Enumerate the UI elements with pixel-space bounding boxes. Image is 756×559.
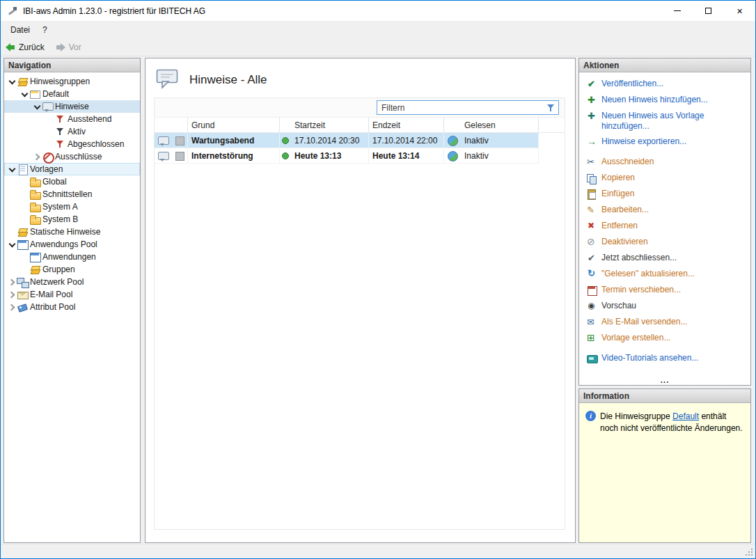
- complete-now-icon: [586, 253, 597, 264]
- column-header-grund[interactable]: Grund: [188, 118, 280, 132]
- folder-icon: [29, 214, 40, 225]
- action-neuen-hinweis-aus-vorlage-hinzufügen[interactable]: Neuen Hinweis aus Vorlage hinzufügen...: [586, 111, 746, 132]
- tree-item-label: Anwendungs Pool: [30, 239, 97, 249]
- column-header-startzeit[interactable]: Startzeit: [291, 118, 369, 132]
- action-entfernen[interactable]: Entfernen: [586, 221, 746, 232]
- tree-item-statische-hinweise[interactable]: Statische Hinweise: [4, 226, 140, 238]
- chevron-right-icon[interactable]: [7, 302, 17, 312]
- row-flag-icon: [174, 135, 185, 146]
- actions-header: Aktionen: [579, 58, 750, 72]
- action-vorlage-erstellen[interactable]: Vorlage erstellen...: [586, 333, 746, 344]
- chevron-right-icon[interactable]: [32, 152, 42, 162]
- action-jetzt-abschliessen[interactable]: Jetzt abschliessen...: [586, 253, 746, 264]
- tree-item-label: System B: [42, 214, 78, 224]
- tree-item-hinweisgruppen[interactable]: Hinweisgruppen: [4, 75, 140, 88]
- action-label: Einfügen: [601, 189, 634, 199]
- action-termin-verschieben[interactable]: Termin verschieben...: [586, 285, 746, 296]
- close-icon: [737, 6, 743, 16]
- tree-item-system-b[interactable]: System B: [4, 213, 140, 226]
- chevron-right-icon[interactable]: [7, 290, 17, 299]
- action-einfügen[interactable]: Einfügen: [586, 189, 746, 200]
- expander-spacer: [19, 189, 29, 199]
- page-title: Hinweise - Alle: [189, 73, 267, 87]
- tree-item-attribut-pool[interactable]: Attribut Pool: [4, 301, 140, 313]
- action-gelesen-aktualisieren[interactable]: "Gelesen" aktualisieren...: [586, 269, 746, 280]
- action-deaktivieren[interactable]: Deaktivieren: [586, 237, 746, 248]
- menu-help[interactable]: ?: [36, 22, 54, 38]
- forward-button[interactable]: Vor: [56, 42, 81, 52]
- action-hinweise-exportieren[interactable]: Hinweise exportieren...: [586, 136, 746, 148]
- tree-item-label: Attribut Pool: [30, 302, 75, 312]
- filter-aktiv-icon: [54, 126, 65, 137]
- back-button[interactable]: Zurück: [6, 42, 45, 52]
- tree-item-schnittstellen[interactable]: Schnittstellen: [4, 188, 140, 200]
- menu-datei[interactable]: Datei: [4, 22, 36, 38]
- tree-item-aktiv[interactable]: Aktiv: [4, 125, 140, 138]
- cell-gelesen-status-icon: [444, 133, 461, 148]
- column-header-flag[interactable]: [171, 118, 188, 132]
- cell: Wartungsabend: [188, 133, 280, 148]
- default-group-link[interactable]: Default: [672, 411, 699, 421]
- cut-icon: [586, 157, 597, 168]
- expander-spacer: [19, 202, 29, 212]
- cell-status-active-icon: [280, 148, 291, 163]
- ausschluesse-icon: [42, 151, 53, 162]
- create-template-icon: [586, 333, 597, 344]
- app-icon: [7, 6, 18, 17]
- close-button[interactable]: [724, 1, 755, 21]
- chevron-down-icon[interactable]: [7, 77, 17, 86]
- column-header-gelesen[interactable]: Gelesen: [461, 118, 539, 132]
- tree-item-anwendungen[interactable]: Anwendungen: [4, 251, 140, 263]
- action-bearbeiten[interactable]: Bearbeiten...: [586, 205, 746, 216]
- action-video-tutorials-ansehen[interactable]: Video-Tutorials ansehen...: [586, 353, 746, 364]
- column-header-gelesen_icon[interactable]: [444, 118, 461, 132]
- minimize-button[interactable]: [661, 1, 693, 21]
- action-vorschau[interactable]: Vorschau: [586, 301, 746, 312]
- table-row-internetstörung[interactable]: InternetstörungHeute 13:13Heute 13:14Ina…: [155, 148, 539, 164]
- window-title: IBI-aws Admin 1.23.0 - registriert für I…: [23, 6, 205, 16]
- actions-more-indicator[interactable]: ...: [579, 377, 750, 384]
- action-ausschneiden[interactable]: Ausschneiden: [586, 157, 746, 168]
- hint-row-icon: [157, 135, 168, 146]
- table-header: GrundStartzeitEndzeitGelesen: [155, 118, 565, 133]
- column-header-row_icon[interactable]: [155, 118, 171, 132]
- tree-item-default[interactable]: Default: [4, 88, 140, 100]
- column-header-status[interactable]: [280, 118, 291, 132]
- export-hints-icon: [586, 136, 597, 148]
- tree-item-abgeschlossen[interactable]: Abgeschlossen: [4, 138, 140, 150]
- tree-item-ausschlüsse[interactable]: Ausschlüsse: [4, 150, 140, 163]
- maximize-button[interactable]: [693, 1, 724, 21]
- tree-item-label: Global: [42, 177, 67, 187]
- action-neuen-hinweis-hinzufügen[interactable]: Neuen Hinweis hinzufügen...: [586, 95, 746, 106]
- chevron-down-icon[interactable]: [32, 102, 42, 111]
- tree-item-hinweise[interactable]: Hinweise: [4, 100, 140, 113]
- tree-item-anwendungs-pool[interactable]: Anwendungs Pool: [4, 238, 140, 251]
- filter-input[interactable]: [377, 103, 558, 113]
- action-als-e-mail-versenden[interactable]: Als E-Mail versenden...: [586, 317, 746, 328]
- tree-item-label: Ausstehend: [68, 114, 111, 124]
- expander-spacer: [19, 214, 29, 224]
- tree-item-vorlagen[interactable]: Vorlagen: [4, 163, 140, 175]
- tree-item-system-a[interactable]: System A: [4, 200, 140, 213]
- tree-item-global[interactable]: Global: [4, 175, 140, 188]
- tree-item-netzwerk-pool[interactable]: Netzwerk Pool: [4, 276, 140, 288]
- anwendungs-pool-icon: [17, 239, 28, 250]
- reschedule-icon: [586, 285, 597, 296]
- resize-grip-icon[interactable]: [751, 554, 753, 556]
- tree-item-e-mail-pool[interactable]: E-Mail Pool: [4, 288, 140, 301]
- tree-item-gruppen[interactable]: Gruppen: [4, 263, 140, 276]
- action-veröffentlichen[interactable]: Veröffentlichen...: [586, 79, 746, 90]
- information-header: Information: [579, 389, 750, 403]
- chevron-right-icon[interactable]: [7, 277, 17, 287]
- chevron-down-icon[interactable]: [7, 164, 17, 174]
- add-hint-from-template-icon: [586, 111, 597, 122]
- tree-item-ausstehend[interactable]: Ausstehend: [4, 113, 140, 125]
- column-header-endzeit[interactable]: Endzeit: [369, 118, 444, 132]
- hint-row-icon: [157, 150, 168, 162]
- filter-ausstehend-icon: [54, 113, 65, 125]
- chevron-down-icon[interactable]: [7, 239, 17, 249]
- chevron-down-icon[interactable]: [19, 89, 29, 99]
- table-row-wartungsabend[interactable]: Wartungsabend17.10.2014 20:3017.10.2014 …: [155, 133, 539, 148]
- action-kopieren[interactable]: Kopieren: [586, 173, 746, 184]
- action-label: Deaktivieren: [601, 237, 648, 247]
